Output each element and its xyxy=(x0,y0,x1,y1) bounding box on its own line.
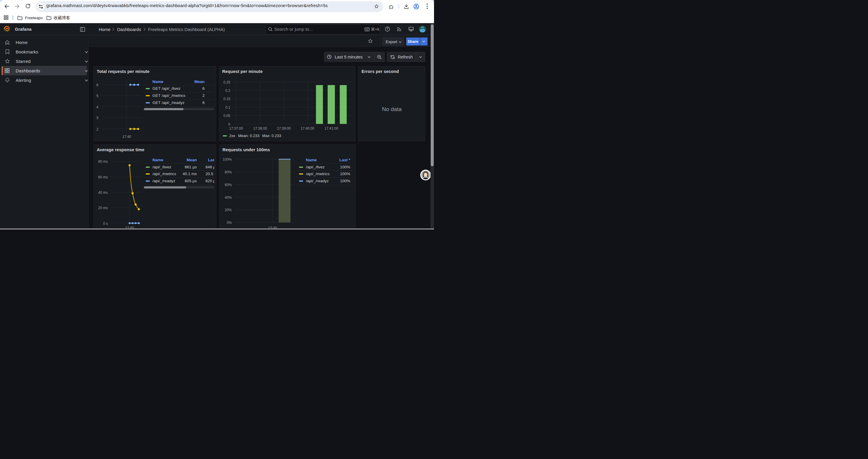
svg-text:?: ? xyxy=(386,28,388,31)
